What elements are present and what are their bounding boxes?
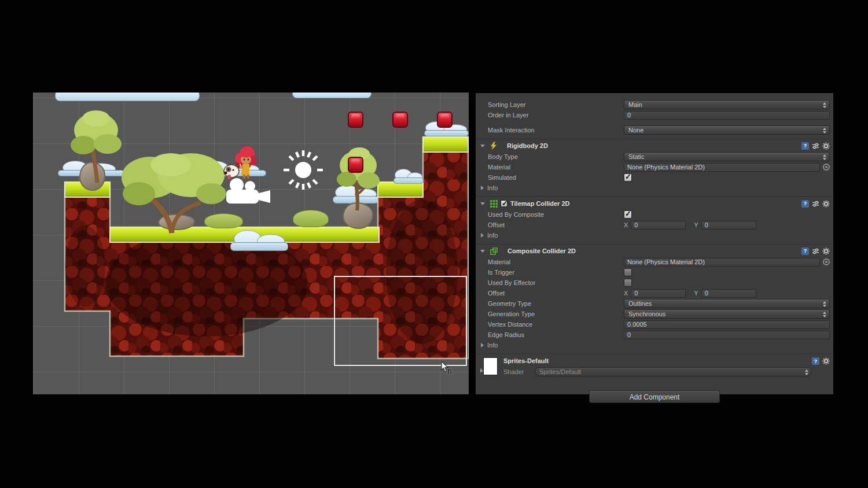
cc-info-row: Info (476, 340, 833, 350)
is-trigger-row: Is Trigger (476, 267, 833, 278)
mask-interaction-dropdown[interactable]: None (624, 125, 830, 135)
used-by-effector-label: Used By Effector (488, 279, 624, 286)
order-in-layer-row: Order in Layer 0 (476, 110, 833, 120)
gem-pickup-sprite[interactable] (392, 112, 408, 128)
preset-icon[interactable] (812, 200, 819, 208)
dropdown-value: Sprites/Default (539, 368, 581, 375)
rb-material-row: Material None (Physics Material 2D) (476, 162, 833, 172)
cloud (393, 169, 424, 184)
generation-type-dropdown[interactable]: Synchronous (624, 309, 830, 319)
cc-material-object-field[interactable]: None (Physics Material 2D) (624, 258, 820, 267)
geometry-type-label: Geometry Type (488, 300, 624, 307)
generation-type-label: Generation Type (488, 310, 624, 317)
offset-y-field[interactable]: 0 (701, 221, 756, 230)
foldout-arrow-icon[interactable] (481, 233, 484, 238)
gear-icon[interactable] (822, 200, 830, 208)
foldout-arrow-icon[interactable] (481, 186, 484, 190)
selection-marquee (334, 276, 467, 366)
material-label: Material (488, 258, 624, 265)
dropdown-value: Main (628, 101, 642, 108)
sorting-layer-dropdown[interactable]: Main (624, 100, 830, 109)
gem-pickup-sprite[interactable] (348, 157, 363, 173)
geometry-type-row: Geometry Type Outlines (476, 298, 833, 309)
foldout-arrow-icon[interactable] (480, 250, 485, 253)
geometry-type-dropdown[interactable]: Outlines (624, 299, 830, 308)
vertex-distance-field[interactable]: 0.0005 (624, 320, 830, 329)
foldout-arrow-icon[interactable] (480, 145, 485, 147)
mask-interaction-label: Mask Interaction (488, 127, 624, 134)
used-by-composite-row: Used By Composite (476, 209, 833, 220)
inspector-panel: Sorting Layer Main Order in Layer 0 Mask… (476, 93, 833, 394)
x-axis-label: X (624, 290, 628, 297)
sorting-layer-label: Sorting Layer (488, 101, 624, 108)
preset-icon[interactable] (812, 142, 819, 150)
directional-light-gizmo[interactable] (282, 149, 325, 191)
tilemap-collider-component: Tilemap Collider 2D ? Used By Composite … (476, 197, 833, 241)
foldout-arrow-icon[interactable] (481, 343, 484, 347)
used-by-effector-row: Used By Effector (476, 278, 833, 288)
vertex-distance-row: Vertex Distance 0.0005 (476, 319, 833, 330)
is-trigger-label: Is Trigger (488, 269, 624, 276)
material-section: Sprites-Default Shader Sprites/Default ? (476, 354, 833, 380)
edge-radius-row: Edge Radius 0 (476, 330, 833, 340)
used-by-composite-label: Used By Composite (488, 211, 624, 218)
y-axis-label: Y (694, 290, 698, 297)
body-type-dropdown[interactable]: Static (624, 152, 830, 161)
tree-sprite[interactable] (334, 146, 381, 212)
is-trigger-checkbox[interactable] (624, 268, 632, 276)
tree-sprite[interactable] (116, 147, 229, 234)
gear-icon[interactable] (822, 357, 830, 365)
object-picker-icon[interactable] (823, 258, 830, 265)
info-label: Info (487, 342, 498, 349)
add-component-button[interactable]: Add Component (589, 390, 720, 403)
dropdown-arrows-icon (823, 301, 826, 307)
rb-info-row: Info (476, 183, 833, 193)
dropdown-value: Static (628, 153, 645, 160)
preset-icon[interactable] (812, 247, 819, 255)
edge-radius-field[interactable]: 0 (624, 331, 830, 339)
dropdown-value: None (628, 127, 643, 134)
info-label: Info (487, 184, 498, 191)
camera-gizmo[interactable] (224, 178, 276, 205)
component-enabled-checkbox[interactable] (501, 200, 507, 207)
foldout-arrow-icon[interactable] (480, 202, 485, 205)
help-icon[interactable]: ? (812, 357, 819, 365)
body-type-label: Body Type (488, 153, 624, 160)
info-label: Info (487, 232, 498, 239)
component-title: Tilemap Collider 2D (510, 200, 570, 207)
gem-pickup-sprite[interactable] (437, 112, 453, 128)
help-icon[interactable]: ? (801, 200, 809, 208)
y-axis-label: Y (694, 221, 698, 228)
gem-pickup-sprite[interactable] (348, 112, 363, 128)
offset-x-field[interactable]: 0 (631, 289, 686, 298)
scene-viewport[interactable]: B (33, 93, 469, 394)
cc-material-row: Material None (Physics Material 2D) (476, 257, 833, 267)
help-icon[interactable]: ? (801, 142, 809, 150)
x-axis-label: X (624, 221, 628, 228)
body-type-row: Body Type Static (476, 151, 833, 162)
order-in-layer-field[interactable]: 0 (624, 111, 830, 120)
offset-label: Offset (488, 221, 624, 228)
used-by-composite-checkbox[interactable] (624, 210, 632, 219)
used-by-effector-checkbox[interactable] (624, 279, 632, 287)
tc-offset-row: Offset X 0 Y 0 (476, 220, 833, 230)
dropdown-arrows-icon (805, 369, 808, 375)
simulated-checkbox[interactable] (624, 173, 632, 182)
cloud (230, 230, 288, 251)
rb-material-object-field[interactable]: None (Physics Material 2D) (624, 163, 820, 172)
gear-icon[interactable] (822, 247, 830, 255)
simulated-row: Simulated (476, 172, 833, 183)
bush-sprite[interactable] (293, 210, 329, 227)
help-icon[interactable]: ? (801, 247, 809, 255)
generation-type-row: Generation Type Synchronous (476, 309, 833, 319)
offset-y-field[interactable]: 0 (701, 289, 756, 298)
material-preview-swatch[interactable] (483, 357, 498, 375)
offset-x-field[interactable]: 0 (631, 221, 686, 230)
mask-interaction-row: Mask Interaction None (476, 125, 833, 135)
gear-icon[interactable] (822, 142, 830, 150)
object-picker-icon[interactable] (823, 164, 830, 171)
component-title: Composite Collider 2D (507, 247, 576, 254)
dropdown-value: Synchronous (628, 310, 665, 317)
material-title: Sprites-Default (503, 357, 812, 366)
shader-dropdown[interactable]: Sprites/Default (535, 367, 812, 376)
